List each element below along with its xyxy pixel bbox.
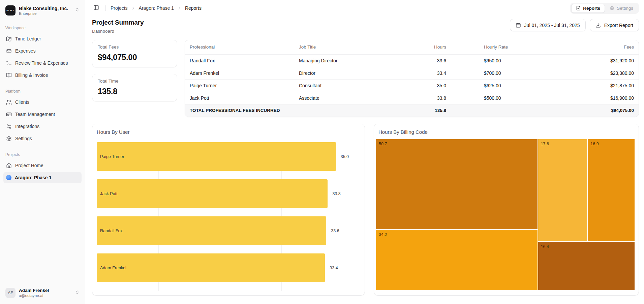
sidebar-item-expenses[interactable]: Expenses <box>3 45 82 57</box>
sidebar-item-clients[interactable]: Clients <box>3 96 82 108</box>
bar-row-randall-fox: Randall Fox 33.6 <box>97 216 343 245</box>
gear-icon <box>610 6 614 10</box>
app-root: BLAKE Blake Consulting, Inc. Enterprise … <box>0 0 644 304</box>
file-chart-icon <box>576 6 581 10</box>
home-icon <box>6 163 12 169</box>
treemap-node-16-4[interactable]: 16.4 <box>538 242 635 291</box>
project-dot-icon <box>6 175 11 180</box>
total-hours: 135.8 <box>407 104 446 117</box>
user-menu[interactable]: AF Adam Frenkel a@octayne.ai <box>3 286 82 300</box>
bar-row-adam-frenkel: Adam Frenkel 33.4 <box>97 253 343 282</box>
treemap-node-label: 17.6 <box>538 139 587 146</box>
sidebar-nav: WorkspaceTime LedgerExpensesReview Time … <box>0 18 85 283</box>
sidebar-item-billing-invoice[interactable]: Billing & Invoice <box>3 69 82 81</box>
table-row-randall-fox: Randall Fox Managing Director 33.6 $950.… <box>185 54 639 67</box>
fees-table-card: ProfessionalJob TitleHoursHourly RateFee… <box>185 40 639 117</box>
hours-by-user-chart: Paige Turner 35.0 Jack Pott 33.8 Randall… <box>97 142 343 291</box>
stat-cards: Total Fees $94,075.00Total Time 135.8 <box>92 40 177 117</box>
cell-professional: Jack Pott <box>185 92 296 104</box>
bar-value: 33.8 <box>332 191 340 196</box>
bar-value: 33.6 <box>331 229 339 233</box>
sidebar-item-project-home[interactable]: Project Home <box>3 160 82 171</box>
column-header-hours: Hours <box>407 40 446 54</box>
user-email: a@octayne.ai <box>19 293 71 298</box>
cell-hourly-rate: $700.00 <box>446 67 557 79</box>
nav-section-label-projects: Projects <box>5 152 80 157</box>
total-fees: $94,075.00 <box>557 104 639 117</box>
sidebar-item-label: Clients <box>15 100 29 105</box>
column-header-professional: Professional <box>185 40 296 54</box>
avatar: AF <box>5 288 16 298</box>
topbar: ProjectsAragon: Phase 1Reports ReportsSe… <box>85 0 644 16</box>
table-row-jack-pott: Jack Pott Associate 33.8 $500.00 $16,900… <box>185 92 639 104</box>
view-switcher: ReportsSettings <box>570 3 639 14</box>
sidebar-item-review-time-expenses[interactable]: Review Time & Expenses <box>3 57 82 69</box>
sidebar-item-time-ledger[interactable]: Time Ledger <box>3 33 82 44</box>
cell-job-title: Associate <box>296 92 407 104</box>
treemap-node-34-2[interactable]: 34.2 <box>376 230 538 291</box>
header-actions: Jul 01, 2025 - Jul 31, 2025 Export Repor… <box>510 19 639 31</box>
treemap-node-label: 16.9 <box>588 139 635 146</box>
cell-hourly-rate: $500.00 <box>446 92 557 104</box>
cell-job-title: Managing Director <box>296 54 407 67</box>
bar-label: Paige Turner <box>97 154 124 159</box>
treemap-node-label: 50.7 <box>376 139 538 146</box>
hours-by-user-card: Hours By User Paige Turner 35.0 Jack Pot… <box>92 124 365 296</box>
breadcrumb-item-aragon-phase-1[interactable]: Aragon: Phase 1 <box>139 5 174 11</box>
treemap-node-label: 34.2 <box>376 230 538 237</box>
treemap-node-17-6[interactable]: 17.6 <box>538 139 588 242</box>
bar-value: 35.0 <box>341 154 349 159</box>
gear-icon <box>6 136 12 142</box>
bar[interactable]: Adam Frenkel <box>97 253 325 282</box>
treemap-node-label: 16.4 <box>538 242 635 249</box>
sidebar-item-integrations[interactable]: Integrations <box>3 121 82 132</box>
bar-label: Adam Frenkel <box>97 266 126 270</box>
cell-fees: $16,900.00 <box>557 92 639 104</box>
bar[interactable]: Paige Turner <box>97 142 336 171</box>
bar[interactable]: Randall Fox <box>97 216 326 245</box>
bar-row-paige-turner: Paige Turner 35.0 <box>97 142 343 171</box>
date-range-label: Jul 01, 2025 - Jul 31, 2025 <box>524 23 580 28</box>
cell-fees: $31,920.00 <box>557 54 639 67</box>
cell-hours: 33.4 <box>407 67 446 79</box>
bar[interactable]: Jack Pott <box>97 179 328 208</box>
breadcrumb-item-projects[interactable]: Projects <box>111 5 128 11</box>
sidebar-item-label: Settings <box>15 136 32 141</box>
sidebar-toggle-button[interactable] <box>91 3 101 13</box>
tab-reports[interactable]: Reports <box>571 4 605 13</box>
total-label: TOTAL PROFESSIONAL FEES INCURRED <box>185 104 407 117</box>
org-switcher[interactable]: BLAKE Blake Consulting, Inc. Enterprise <box>3 3 82 18</box>
treemap-node-16-9[interactable]: 16.9 <box>587 139 635 242</box>
sidebar-item-label: Review Time & Expenses <box>15 61 68 66</box>
org-logo: BLAKE <box>5 5 16 16</box>
sidebar-item-settings[interactable]: Settings <box>3 133 82 144</box>
cell-hours: 33.8 <box>407 92 446 104</box>
column-header-hourly-rate: Hourly Rate <box>446 40 557 54</box>
fees-table: ProfessionalJob TitleHoursHourly RateFee… <box>185 40 639 117</box>
users-icon <box>6 99 12 105</box>
export-report-button[interactable]: Export Report <box>590 19 639 31</box>
date-range-button[interactable]: Jul 01, 2025 - Jul 31, 2025 <box>510 19 586 31</box>
hours-by-billing-code-treemap: 50.734.217.616.916.4 <box>376 139 635 291</box>
gridline <box>343 142 343 291</box>
chevrons-up-down-icon <box>75 290 80 296</box>
sidebar-item-team-management[interactable]: Team Management <box>3 109 82 120</box>
chevrons-up-down-icon <box>75 7 80 13</box>
download-icon <box>595 23 601 28</box>
sidebar-item-label: Project Home <box>15 163 43 168</box>
cell-job-title: Consultant <box>296 79 407 92</box>
export-report-label: Export Report <box>604 23 633 28</box>
topbar-divider <box>105 5 106 11</box>
main-content: ProjectsAragon: Phase 1Reports ReportsSe… <box>85 0 644 304</box>
chart-title: Hours By Billing Code <box>378 129 428 135</box>
sidebar-item-aragon-phase-1[interactable]: Aragon: Phase 1 <box>3 172 82 183</box>
cell-professional: Adam Frenkel <box>185 67 296 79</box>
bar-value: 33.4 <box>330 266 338 270</box>
sidebar-item-label: Billing & Invoice <box>15 73 48 78</box>
tab-settings[interactable]: Settings <box>605 4 638 13</box>
nav-section-label-platform: Platform <box>5 89 80 94</box>
treemap-node-50-7[interactable]: 50.7 <box>376 139 538 230</box>
envelope-icon <box>6 48 12 54</box>
stat-label: Total Fees <box>98 44 172 50</box>
bar-row-jack-pott: Jack Pott 33.8 <box>97 179 343 208</box>
